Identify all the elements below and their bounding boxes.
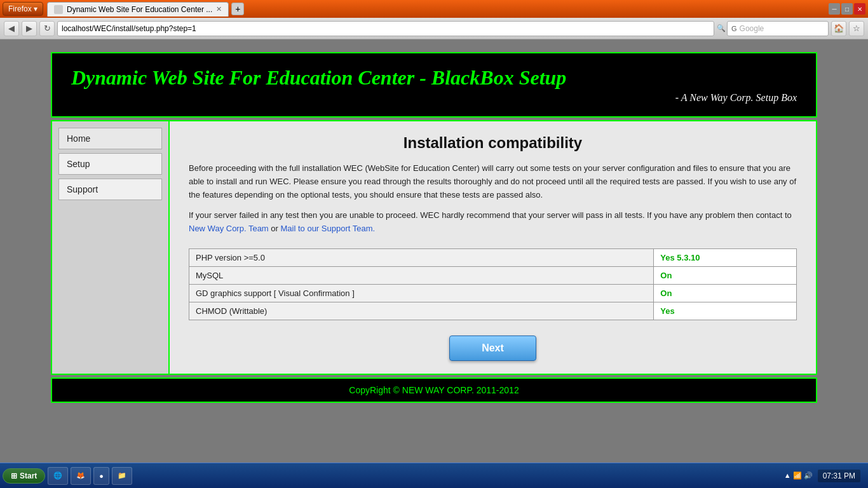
minimize-button[interactable]: ─	[829, 3, 840, 15]
search-engine-logo: G	[731, 25, 737, 32]
content-para2: If your server failed in any test then y…	[189, 209, 797, 236]
footer-copyright: CopyRight © NEW WAY CORP. 2011-2012	[349, 385, 519, 395]
content-area: Installation compatibility Before procee…	[170, 121, 816, 374]
tab-favicon	[54, 5, 63, 14]
table-cell-value: Yes	[654, 302, 797, 320]
folder-icon: 📁	[118, 471, 126, 480]
new-tab-button[interactable]: +	[231, 3, 244, 15]
reload-button[interactable]: ↻	[39, 21, 55, 36]
sidebar: Home Setup Support	[52, 121, 170, 374]
table-cell-label: PHP version >=5.0	[189, 248, 654, 266]
support-team-link[interactable]: New Way Corp. Team	[189, 224, 269, 233]
tab-title: Dynamic Web Site For Education Center ..…	[67, 5, 212, 14]
taskbar-firefox-item[interactable]: 🦊	[71, 467, 91, 485]
browser-navbar: ◀ ▶ ↻ 🔍 G Google 🏠 ☆	[0, 18, 868, 39]
taskbar-ie-item[interactable]: 🌐	[48, 467, 68, 485]
address-bar[interactable]	[57, 21, 714, 36]
table-cell-label: MySQL	[189, 266, 654, 284]
browser-tab[interactable]: Dynamic Web Site For Education Center ..…	[47, 2, 229, 17]
sidebar-item-setup[interactable]: Setup	[58, 153, 162, 175]
table-row: CHMOD (Writtable)Yes	[189, 302, 797, 320]
table-row: PHP version >=5.0Yes 5.3.10	[189, 248, 797, 266]
table-cell-label: CHMOD (Writtable)	[189, 302, 654, 320]
content-para1: Before proceeding with the full installa…	[189, 162, 797, 201]
close-button[interactable]: ✕	[854, 3, 865, 15]
bookmark-button[interactable]: ☆	[849, 21, 864, 36]
content-title: Installation compatibility	[189, 134, 797, 152]
table-row: GD graphics support [ Visual Confirmatio…	[189, 284, 797, 302]
table-cell-value: On	[654, 266, 797, 284]
window-controls: ─ □ ✕	[829, 3, 865, 15]
taskbar: ⊞ Start 🌐 🦊 ● 📁 ▲ 📶 🔊 07:31 PM	[0, 463, 868, 488]
taskbar-icons: ▲ 📶 🔊	[784, 471, 813, 480]
header-subtitle: - A New Way Corp. Setup Box	[71, 92, 797, 104]
maximize-button[interactable]: □	[841, 3, 853, 15]
page-content: Dynamic Web Site For Education Center - …	[0, 39, 868, 446]
taskbar-right: ▲ 📶 🔊 07:31 PM	[784, 470, 865, 482]
home-button[interactable]: 🏠	[831, 21, 846, 36]
table-row: MySQLOn	[189, 266, 797, 284]
table-cell-label: GD graphics support [ Visual Confirmatio…	[189, 284, 654, 302]
windows-logo-icon: ⊞	[11, 471, 17, 480]
firefox-menu-button[interactable]: Firefox ▾	[3, 2, 43, 16]
tab-close-button[interactable]: ✕	[216, 5, 222, 13]
header-banner: Dynamic Web Site For Education Center - …	[51, 52, 817, 118]
table-cell-value: On	[654, 284, 797, 302]
taskbar-chrome-item[interactable]: ●	[93, 467, 109, 485]
compatibility-table: PHP version >=5.0Yes 5.3.10MySQLOnGD gra…	[189, 248, 797, 320]
table-cell-value: Yes 5.3.10	[654, 248, 797, 266]
taskbar-explorer-item[interactable]: 📁	[112, 467, 132, 485]
ie-icon: 🌐	[53, 471, 62, 480]
forward-button[interactable]: ▶	[22, 21, 37, 36]
firefox-icon: 🦊	[76, 471, 85, 480]
taskbar-clock: 07:31 PM	[818, 470, 860, 482]
search-bar[interactable]: G Google	[727, 21, 829, 36]
header-title: Dynamic Web Site For Education Center - …	[71, 66, 797, 90]
sidebar-item-support[interactable]: Support	[58, 179, 162, 200]
sidebar-item-home[interactable]: Home	[58, 128, 162, 149]
search-placeholder: Google	[740, 24, 764, 33]
mail-support-link[interactable]: Mail to our Support Team.	[281, 224, 376, 233]
next-button[interactable]: Next	[449, 336, 536, 361]
back-button[interactable]: ◀	[4, 21, 19, 36]
start-button[interactable]: ⊞ Start	[3, 468, 45, 484]
next-button-container: Next	[189, 336, 797, 361]
footer-banner: CopyRight © NEW WAY CORP. 2011-2012	[51, 377, 817, 403]
chrome-icon: ●	[99, 472, 104, 480]
main-layout: Home Setup Support Installation compatib…	[51, 120, 817, 375]
browser-titlebar: Firefox ▾ Dynamic Web Site For Education…	[0, 0, 868, 18]
